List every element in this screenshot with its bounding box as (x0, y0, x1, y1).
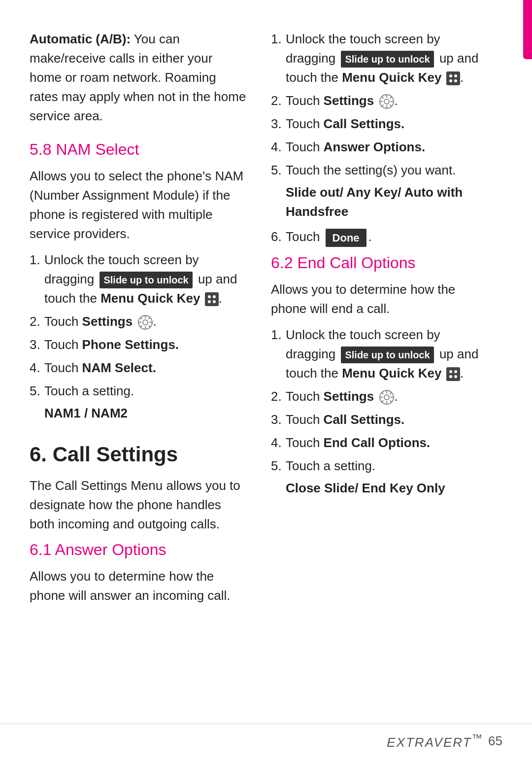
end-call-steps: 1. Unlock the touch screen by dragging S… (271, 325, 488, 500)
ec-step-1: 1. Unlock the touch screen by dragging S… (271, 325, 488, 383)
svg-line-29 (382, 105, 384, 107)
settings-icon-ec2 (379, 390, 394, 405)
end-call-options-body: Allows you to determine how the phone wi… (271, 280, 488, 318)
svg-point-6 (143, 320, 148, 325)
ao-step-4: 4. Touch Answer Options. (271, 138, 488, 157)
slide-badge-1: Slide up to unlock (100, 272, 192, 288)
footer-page-number: 65 (488, 733, 502, 749)
ao-step-2: 2. Touch Settings (271, 91, 488, 110)
answer-options-heading: 6.1 Answer Options (30, 541, 246, 559)
svg-point-16 (449, 74, 452, 77)
right-column: 1. Unlock the touch screen by dragging S… (271, 30, 488, 704)
svg-line-43 (390, 392, 392, 394)
svg-line-26 (382, 97, 384, 99)
ec-step-3: 3. Touch Call Settings. (271, 410, 488, 429)
nam-step-2: 2. Touch Settings (30, 312, 246, 331)
svg-point-17 (454, 74, 457, 77)
svg-point-32 (454, 370, 457, 373)
ao-step-5: 5. Touch the setting(s) you want. Slide … (271, 161, 488, 223)
page: Automatic (A/B): You can make/receive ca… (0, 0, 532, 765)
nam-select-steps: 1. Unlock the touch screen by dragging S… (30, 250, 246, 425)
svg-rect-30 (446, 367, 460, 381)
done-badge: Done (326, 229, 366, 247)
call-settings-heading: 6. Call Settings (30, 443, 246, 466)
answer-options-steps: 1. Unlock the touch screen by dragging S… (271, 30, 488, 247)
nam-sub-options: NAM1 / NAM2 (30, 404, 246, 423)
svg-rect-0 (205, 292, 219, 306)
nam-select-body: Allows you to select the phone's NAM (Nu… (30, 167, 246, 243)
nam-step-4: 4. Touch NAM Select. (30, 358, 246, 378)
nam-select-heading: 5.8 NAM Select (30, 140, 246, 159)
svg-point-34 (454, 375, 457, 378)
svg-line-14 (140, 326, 142, 328)
end-call-options-heading: 6.2 End Call Options (271, 254, 488, 272)
settings-icon (138, 315, 153, 330)
ao-step-1: 1. Unlock the touch screen by dragging S… (271, 30, 488, 87)
ao-step-6: 6. Touch Done. (271, 227, 488, 247)
svg-rect-15 (446, 71, 460, 85)
slide-badge-ec-1: Slide up to unlock (341, 347, 433, 363)
ec-step-2: 2. Touch Settings (271, 387, 488, 406)
svg-point-19 (454, 79, 457, 82)
svg-point-31 (449, 370, 452, 373)
svg-line-44 (382, 400, 384, 402)
svg-point-4 (213, 300, 216, 303)
ao-step-3: 3. Touch Call Settings. (271, 114, 488, 134)
svg-point-1 (208, 295, 211, 298)
footer-brand: Extravert™ (387, 732, 483, 750)
svg-line-28 (390, 97, 392, 99)
svg-point-36 (384, 395, 389, 400)
content-area: Automatic (A/B): You can make/receive ca… (0, 0, 532, 724)
footer: Extravert™ 65 (0, 724, 532, 765)
svg-point-2 (213, 295, 216, 298)
settings-icon-ao2 (379, 94, 394, 109)
ao-sub-options: Slide out/ Any Key/ Auto with Handsfree (271, 183, 488, 221)
slide-badge-ao-1: Slide up to unlock (341, 51, 433, 68)
nam-step-3: 3. Touch Phone Settings. (30, 335, 246, 354)
automatic-label: Automatic (A/B): (30, 32, 131, 46)
menu-quick-key-icon-ao1 (446, 71, 460, 85)
menu-quick-key-icon-ec1 (446, 367, 460, 381)
svg-line-42 (390, 400, 392, 402)
nam-step-1: 1. Unlock the touch screen by dragging S… (30, 250, 246, 308)
automatic-section: Automatic (A/B): You can make/receive ca… (30, 30, 246, 126)
ec-sub-options: Close Slide/ End Key Only (271, 479, 488, 498)
ec-step-4: 4. Touch End Call Options. (271, 433, 488, 452)
menu-quick-key-icon (205, 292, 219, 306)
answer-options-body: Allows you to determine how the phone wi… (30, 567, 246, 605)
svg-point-21 (384, 99, 389, 104)
svg-line-27 (390, 105, 392, 107)
svg-line-12 (149, 326, 151, 328)
svg-point-3 (208, 300, 211, 303)
svg-point-18 (449, 79, 452, 82)
ec-step-5: 5. Touch a setting. Close Slide/ End Key… (271, 456, 488, 500)
automatic-text: Automatic (A/B): You can make/receive ca… (30, 30, 246, 126)
svg-line-11 (140, 317, 142, 319)
svg-line-13 (149, 317, 151, 319)
left-column: Automatic (A/B): You can make/receive ca… (30, 30, 246, 704)
call-settings-body: The Call Settings Menu allows you to des… (30, 476, 246, 534)
svg-line-41 (382, 392, 384, 394)
nam-step-5: 5. Touch a setting. NAM1 / NAM2 (30, 382, 246, 425)
svg-point-33 (449, 375, 452, 378)
accent-bar (523, 0, 532, 59)
